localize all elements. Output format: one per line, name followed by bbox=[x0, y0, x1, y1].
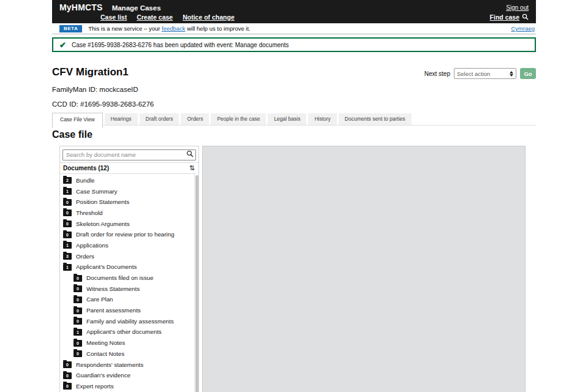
page-title: CFV Migration1 bbox=[52, 66, 154, 78]
folder-label: Orders bbox=[76, 253, 94, 260]
document-viewer-panel bbox=[202, 146, 526, 392]
document-folder-applicant-s-other-documents[interactable]: 1Applicant's other documents bbox=[60, 326, 198, 337]
document-folder-care-plan[interactable]: 0Care Plan bbox=[60, 294, 198, 305]
folder-label: Case Summary bbox=[76, 188, 118, 195]
nav-link-case-list[interactable]: Case list bbox=[100, 13, 127, 21]
header-nav: Case listCreate caseNotice of change bbox=[100, 13, 235, 21]
folder-count-badge: 0 bbox=[74, 285, 82, 292]
folder-icon: 0 bbox=[74, 350, 82, 357]
page-container: MyHMCTSManage Cases Sign out Case listCr… bbox=[52, 0, 536, 392]
folder-label: Documents filed on issue bbox=[86, 274, 153, 281]
document-folder-threshold[interactable]: 0Threshold bbox=[60, 208, 198, 219]
folder-icon: 2 bbox=[63, 177, 72, 184]
folder-label: Position Statements bbox=[76, 198, 129, 205]
tab-hearings[interactable]: Hearings bbox=[105, 113, 138, 125]
folder-count-badge: 0 bbox=[74, 296, 82, 303]
folder-icon: 0 bbox=[63, 383, 72, 390]
search-icon[interactable] bbox=[522, 13, 529, 20]
tab-history[interactable]: History bbox=[308, 113, 336, 125]
sort-icon[interactable]: ⇅ bbox=[189, 165, 195, 171]
folder-label: Family and viability assessments bbox=[86, 318, 174, 325]
nav-link-create-case[interactable]: Create case bbox=[137, 13, 173, 21]
document-folder-documents-filed-on-issue[interactable]: 0Documents filed on issue bbox=[60, 273, 198, 284]
folder-label: Witness Statements bbox=[86, 285, 140, 292]
folder-count-badge: 0 bbox=[74, 307, 82, 314]
tab-documents-sent-to-parties[interactable]: Documents sent to parties bbox=[339, 113, 412, 125]
folder-label: Expert reports bbox=[76, 383, 114, 390]
search-icon[interactable] bbox=[186, 150, 194, 157]
document-folder-contact-notes[interactable]: 0Contact Notes bbox=[60, 349, 198, 360]
folder-count-badge: 0 bbox=[63, 209, 72, 216]
folder-count-badge: 1 bbox=[63, 242, 72, 249]
document-folder-family-and-viability-assessments[interactable]: 0Family and viability assessments bbox=[60, 315, 198, 326]
folder-count-badge: 0 bbox=[63, 383, 72, 390]
folder-icon: 0 bbox=[74, 340, 82, 347]
find-case-link[interactable]: Find case bbox=[490, 13, 519, 21]
document-folder-expert-reports[interactable]: 0Expert reports bbox=[60, 381, 198, 392]
folder-count-badge: 0 bbox=[63, 232, 72, 238]
folder-icon: 1 bbox=[63, 242, 72, 249]
feedback-link[interactable]: feedback bbox=[162, 25, 186, 32]
document-folder-bundle[interactable]: 2Bundle bbox=[60, 175, 198, 186]
scrollbar-thumb[interactable] bbox=[195, 175, 198, 392]
beta-bar: BETA This is a new service – your feedba… bbox=[52, 23, 536, 34]
folder-label: Skeleton Arguments bbox=[76, 221, 130, 227]
folder-label: Applicant's other documents bbox=[86, 328, 162, 335]
folder-count-badge: 3 bbox=[63, 253, 72, 260]
document-folder-case-summary[interactable]: 1Case Summary bbox=[60, 186, 198, 197]
folder-count-badge: 1 bbox=[63, 188, 72, 195]
folder-icon: 0 bbox=[63, 221, 72, 227]
product-title: Manage Cases bbox=[112, 4, 161, 12]
folder-icon: 0 bbox=[63, 209, 72, 216]
document-folder-guardian-s-evidence[interactable]: 0Guardian's evidence bbox=[60, 370, 198, 381]
document-folder-meeting-notes[interactable]: 0Meeting Notes bbox=[60, 337, 198, 349]
document-folder-applications[interactable]: 1Applications bbox=[60, 240, 198, 251]
folder-count-badge: 0 bbox=[74, 350, 82, 357]
app-header: MyHMCTSManage Cases Sign out Case listCr… bbox=[52, 0, 536, 23]
folder-label: Care Plan bbox=[86, 296, 113, 303]
folder-label: Applicant's Documents bbox=[76, 263, 137, 270]
folder-count-badge: 0 bbox=[63, 199, 72, 206]
nav-link-notice-of-change[interactable]: Notice of change bbox=[183, 13, 235, 21]
tab-orders[interactable]: Orders bbox=[181, 113, 209, 125]
folder-count-badge: 0 bbox=[74, 340, 82, 347]
folder-count-badge: 0 bbox=[74, 318, 82, 325]
folder-label: Contact Notes bbox=[86, 350, 124, 357]
folder-label: Respondents' statements bbox=[76, 361, 143, 368]
language-link[interactable]: Cymraeg bbox=[511, 25, 535, 32]
familyman-id: FamilyMan ID: mockcaseID bbox=[52, 86, 154, 93]
document-folder-applicant-s-documents[interactable]: 1Applicant's Documents bbox=[60, 262, 198, 273]
folder-count-badge: 2 bbox=[63, 177, 72, 184]
next-step-select[interactable]: Select action bbox=[454, 68, 516, 79]
beta-text-before: This is a new service – your bbox=[88, 25, 162, 32]
document-folder-draft-order-for-review-prior-to-hearing[interactable]: 0Draft order for review prior to hearing bbox=[60, 229, 198, 240]
folder-icon: 1 bbox=[63, 188, 72, 195]
folder-icon: 0 bbox=[74, 275, 82, 282]
tab-legal-basis[interactable]: Legal basis bbox=[268, 113, 306, 125]
document-folder-skeleton-arguments[interactable]: 0Skeleton Arguments bbox=[60, 218, 198, 229]
folder-count-badge: 1 bbox=[63, 264, 72, 271]
next-step-label: Next step bbox=[424, 70, 450, 77]
sign-out-link[interactable]: Sign out bbox=[506, 4, 529, 11]
folder-icon: 0 bbox=[63, 372, 72, 379]
document-folder-respondents-statements[interactable]: 0Respondents' statements bbox=[60, 359, 198, 370]
beta-text: This is a new service – your feedback wi… bbox=[88, 25, 251, 32]
document-folder-orders[interactable]: 3Orders bbox=[60, 251, 198, 262]
folder-count-badge: 0 bbox=[63, 361, 72, 368]
document-folder-parent-assessments[interactable]: 0Parent assessments bbox=[60, 305, 198, 316]
folder-icon: 0 bbox=[74, 285, 82, 292]
documents-panel: Documents (12) ⇅ 2Bundle1Case Summary0Po… bbox=[59, 146, 199, 392]
document-folder-position-statements[interactable]: 0Position Statements bbox=[60, 197, 198, 208]
next-step-control: Next step Select action Go bbox=[424, 68, 536, 79]
tab-case-file-view[interactable]: Case File View bbox=[52, 113, 103, 128]
folder-label: Applications bbox=[76, 242, 108, 249]
document-search-input[interactable] bbox=[62, 149, 196, 160]
document-list-scrollbar[interactable] bbox=[194, 172, 198, 392]
tab-people-in-the-case[interactable]: People in the case bbox=[211, 113, 266, 125]
go-button[interactable]: Go bbox=[520, 68, 536, 79]
next-step-selected-value: Select action bbox=[457, 70, 510, 77]
select-spinner-icon bbox=[510, 71, 513, 77]
document-folder-witness-statements[interactable]: 0Witness Statements bbox=[60, 283, 198, 294]
tab-draft-orders[interactable]: Draft orders bbox=[140, 113, 179, 125]
folder-count-badge: 0 bbox=[74, 275, 82, 282]
